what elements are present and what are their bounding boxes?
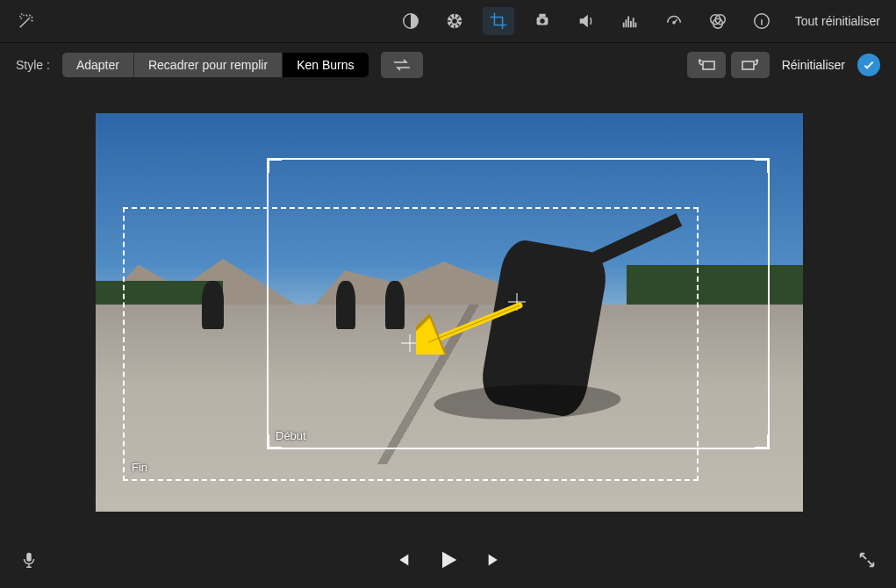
info-icon[interactable] xyxy=(746,7,778,35)
rotate-cw-button[interactable] xyxy=(731,52,770,78)
stabilization-icon[interactable] xyxy=(527,7,558,35)
svg-rect-15 xyxy=(26,553,32,562)
style-ken-burns-button[interactable]: Ken Burns xyxy=(283,53,368,77)
viewer-area: Fin Début xyxy=(0,87,896,535)
crop-style-toolbar: Style : Adapter Recadrer pour remplir Ke… xyxy=(0,43,896,87)
reset-crop-button[interactable]: Réinitialiser xyxy=(782,58,845,72)
rotate-group xyxy=(687,52,770,78)
ken-burns-direction-arrow xyxy=(416,302,539,355)
prev-frame-button[interactable] xyxy=(392,550,412,573)
end-frame-label: Fin xyxy=(132,461,147,474)
fullscreen-button[interactable] xyxy=(857,550,877,573)
svg-rect-4 xyxy=(539,14,545,18)
reset-all-button[interactable]: Tout réinitialiser xyxy=(790,14,885,28)
crop-style-segment: Adapter Recadrer pour remplir Ken Burns xyxy=(62,53,369,77)
svg-rect-12 xyxy=(742,61,754,69)
volume-icon[interactable] xyxy=(570,7,602,35)
svg-rect-11 xyxy=(703,61,714,69)
color-correction-icon[interactable] xyxy=(439,7,470,35)
start-frame-handle-tr[interactable] xyxy=(755,158,770,173)
style-crop-fill-button[interactable]: Recadrer pour remplir xyxy=(134,53,283,77)
start-frame-handle-br[interactable] xyxy=(755,434,770,449)
rotate-ccw-button[interactable] xyxy=(687,52,726,78)
speed-icon[interactable] xyxy=(658,7,690,35)
play-button[interactable] xyxy=(436,548,461,576)
voiceover-mic-button[interactable] xyxy=(19,550,39,573)
svg-point-5 xyxy=(540,18,545,24)
imovie-crop-panel: Tout réinitialiser Style : Adapter Recad… xyxy=(0,0,896,588)
style-fit-button[interactable]: Adapter xyxy=(62,53,134,77)
swap-start-end-button[interactable] xyxy=(381,52,423,78)
inspector-icon-bar: Tout réinitialiser xyxy=(0,0,896,43)
video-viewer[interactable]: Fin Début xyxy=(96,113,803,512)
apply-button[interactable] xyxy=(857,54,880,76)
filters-icon[interactable] xyxy=(702,7,734,35)
crop-icon[interactable] xyxy=(483,7,514,35)
noise-eq-icon[interactable] xyxy=(614,7,646,35)
transport-bar xyxy=(0,535,896,588)
svg-line-14 xyxy=(428,305,520,342)
style-label: Style : xyxy=(16,58,50,72)
color-balance-icon[interactable] xyxy=(395,7,426,35)
next-frame-button[interactable] xyxy=(485,550,505,573)
start-frame-label: Début xyxy=(276,429,306,442)
start-frame-handle-tl[interactable] xyxy=(267,158,282,173)
svg-point-6 xyxy=(673,22,675,24)
svg-point-2 xyxy=(452,18,457,24)
auto-enhance-icon[interactable] xyxy=(11,7,42,35)
